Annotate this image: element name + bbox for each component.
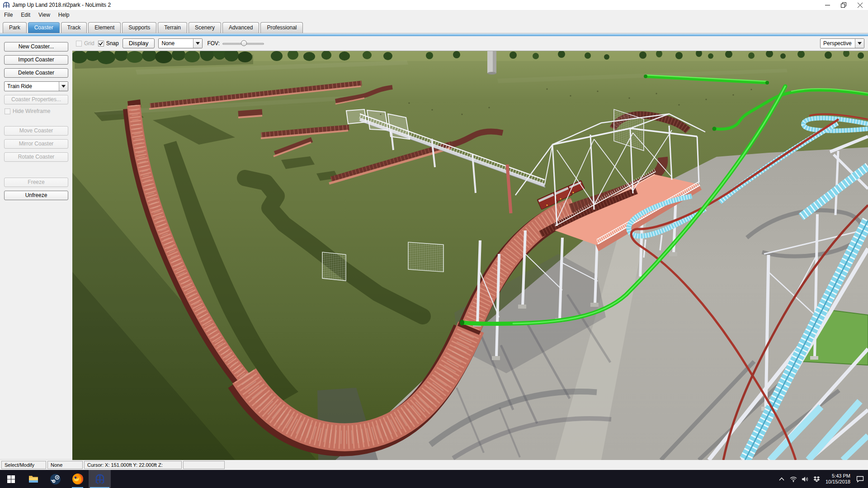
delete-coaster-button[interactable]: Delete Coaster xyxy=(4,68,68,78)
chevron-down-icon xyxy=(193,39,202,48)
clock-date: 10/15/2018 xyxy=(826,479,850,485)
menu-bar: File Edit View Help xyxy=(0,10,868,20)
check-icon xyxy=(99,42,103,46)
taskbar-nolimits2[interactable] xyxy=(89,470,111,488)
restore-icon xyxy=(841,2,846,8)
taskbar-firefox[interactable] xyxy=(66,470,89,488)
move-coaster-button[interactable]: Move Coaster xyxy=(4,126,68,136)
title-bar: Jamp Up Land 2018.nl2park - NoLimits 2 xyxy=(0,0,868,10)
tab-advanced[interactable]: Advanced xyxy=(222,22,259,33)
status-selection: None Selected xyxy=(47,461,83,469)
tab-coaster[interactable]: Coaster xyxy=(28,22,60,33)
display-button[interactable]: Display xyxy=(123,38,155,48)
restore-button[interactable] xyxy=(835,0,852,10)
nolimits2-icon xyxy=(94,474,105,484)
tab-professional[interactable]: Professional xyxy=(260,22,303,33)
mirror-coaster-button[interactable]: Mirror Coaster xyxy=(4,139,68,149)
tray-chevron-up-icon[interactable] xyxy=(776,477,788,481)
unfreeze-button[interactable]: Unfreeze xyxy=(4,191,68,200)
wifi-icon[interactable] xyxy=(788,476,799,482)
status-extra xyxy=(183,461,225,469)
speaker-icon[interactable] xyxy=(799,476,811,482)
status-mode: Select/Modify xyxy=(1,461,46,469)
snap-label: Snap xyxy=(106,40,119,47)
freeze-button[interactable]: Freeze xyxy=(4,178,68,187)
tab-terrain[interactable]: Terrain xyxy=(158,22,187,33)
view-toolbar: Grid Snap Display None FOV: xyxy=(72,36,868,51)
menu-edit[interactable]: Edit xyxy=(17,10,34,19)
steam-icon xyxy=(50,474,61,485)
status-cursor: Cursor: X: 151.000ft Y: 22.000ft Z: -185… xyxy=(84,461,182,469)
close-button[interactable] xyxy=(852,0,868,10)
taskbar-clock[interactable]: 5:43 PM 10/15/2018 xyxy=(826,473,850,485)
view-select-value: Perspective xyxy=(821,39,855,48)
view-select[interactable]: Perspective xyxy=(820,38,864,48)
dropbox-icon[interactable] xyxy=(811,476,823,482)
minimize-icon xyxy=(825,3,830,8)
tab-track[interactable]: Track xyxy=(61,22,87,33)
nolimits2-window: Jamp Up Land 2018.nl2park - NoLimits 2 F… xyxy=(0,0,868,488)
coaster-select-value: Train Ride xyxy=(5,82,59,91)
grid-checkbox[interactable] xyxy=(76,41,82,47)
viewport-3d[interactable] xyxy=(72,51,868,459)
hide-wireframe-row[interactable]: Hide Wireframe xyxy=(5,108,72,114)
grid-label: Grid xyxy=(84,40,94,47)
coaster-select[interactable]: Train Ride xyxy=(4,81,68,91)
menu-file[interactable]: File xyxy=(0,10,17,19)
windows-logo-icon xyxy=(7,475,15,483)
snap-checkbox[interactable] xyxy=(98,41,104,47)
menu-view[interactable]: View xyxy=(34,10,54,19)
import-coaster-button[interactable]: Import Coaster xyxy=(4,55,68,65)
hide-wireframe-checkbox[interactable] xyxy=(5,108,10,114)
clock-time: 5:43 PM xyxy=(826,473,850,479)
water-tower xyxy=(487,51,496,75)
start-button[interactable] xyxy=(0,470,22,488)
tab-park[interactable]: Park xyxy=(3,22,27,33)
new-coaster-button[interactable]: New Coaster... xyxy=(4,42,68,52)
fov-label: FOV: xyxy=(207,40,220,47)
coaster-properties-button[interactable]: Coaster Properties... xyxy=(4,95,68,104)
minimize-button[interactable] xyxy=(819,0,835,10)
chevron-down-icon xyxy=(59,82,68,91)
coaster-sidebar: New Coaster... Import Coaster Delete Coa… xyxy=(0,36,72,459)
fov-slider-knob[interactable] xyxy=(241,40,247,46)
firefox-icon xyxy=(72,473,84,485)
rotate-coaster-button[interactable]: Rotate Coaster xyxy=(4,152,68,162)
system-tray: 5:43 PM 10/15/2018 xyxy=(776,470,868,488)
tab-accent-line xyxy=(0,33,868,36)
status-bar: Select/Modify None Selected Cursor: X: 1… xyxy=(0,459,868,470)
menu-help[interactable]: Help xyxy=(54,10,74,19)
taskbar-steam[interactable] xyxy=(44,470,66,488)
mode-select-value: None xyxy=(159,39,193,48)
hide-wireframe-label: Hide Wireframe xyxy=(13,108,50,114)
file-explorer-icon xyxy=(28,474,39,484)
app-icon xyxy=(3,1,10,9)
close-icon xyxy=(858,3,863,8)
taskbar: 5:43 PM 10/15/2018 xyxy=(0,470,868,488)
taskbar-file-explorer[interactable] xyxy=(22,470,44,488)
window-title: Jamp Up Land 2018.nl2park - NoLimits 2 xyxy=(12,2,111,8)
tab-element[interactable]: Element xyxy=(88,22,121,33)
fov-slider[interactable] xyxy=(222,39,264,47)
tab-supports[interactable]: Supports xyxy=(122,22,156,33)
mode-select[interactable]: None xyxy=(158,38,203,48)
chevron-down-icon xyxy=(855,39,864,48)
tab-scenery[interactable]: Scenery xyxy=(189,22,221,33)
tab-bar: Park Coaster Track Element Supports Terr… xyxy=(0,20,868,33)
action-center-icon[interactable] xyxy=(854,476,866,483)
